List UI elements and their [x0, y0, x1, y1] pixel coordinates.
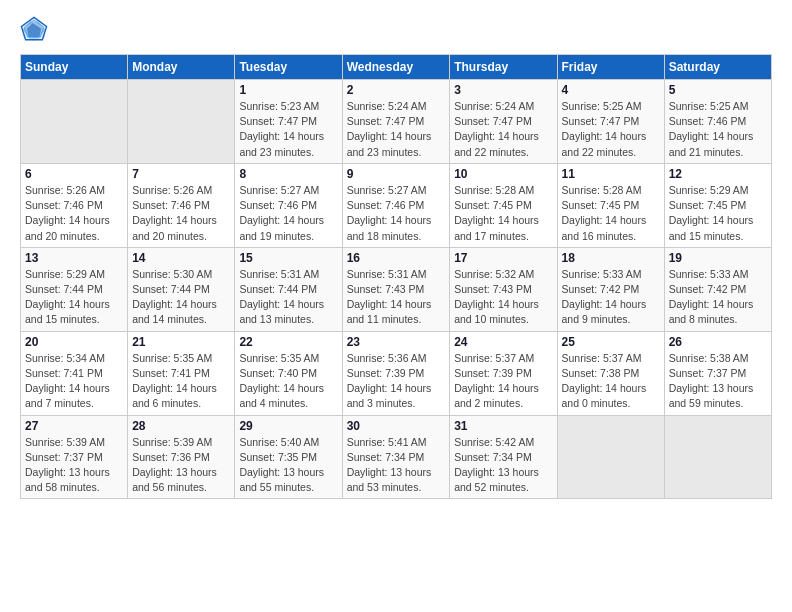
- cell-info: Sunrise: 5:23 AMSunset: 7:47 PMDaylight:…: [239, 99, 337, 160]
- cell-info: Sunrise: 5:28 AMSunset: 7:45 PMDaylight:…: [454, 183, 552, 244]
- day-number: 22: [239, 335, 337, 349]
- header: [20, 16, 772, 44]
- calendar-cell: 27Sunrise: 5:39 AMSunset: 7:37 PMDayligh…: [21, 415, 128, 499]
- calendar-cell: 23Sunrise: 5:36 AMSunset: 7:39 PMDayligh…: [342, 331, 450, 415]
- calendar-cell: 24Sunrise: 5:37 AMSunset: 7:39 PMDayligh…: [450, 331, 557, 415]
- calendar-table: SundayMondayTuesdayWednesdayThursdayFrid…: [20, 54, 772, 499]
- calendar-cell: 16Sunrise: 5:31 AMSunset: 7:43 PMDayligh…: [342, 247, 450, 331]
- calendar-cell: 5Sunrise: 5:25 AMSunset: 7:46 PMDaylight…: [664, 80, 771, 164]
- cell-info: Sunrise: 5:37 AMSunset: 7:38 PMDaylight:…: [562, 351, 660, 412]
- calendar-cell: 8Sunrise: 5:27 AMSunset: 7:46 PMDaylight…: [235, 163, 342, 247]
- day-number: 27: [25, 419, 123, 433]
- header-friday: Friday: [557, 55, 664, 80]
- day-number: 19: [669, 251, 767, 265]
- day-number: 4: [562, 83, 660, 97]
- calendar-cell: 25Sunrise: 5:37 AMSunset: 7:38 PMDayligh…: [557, 331, 664, 415]
- day-number: 2: [347, 83, 446, 97]
- day-number: 7: [132, 167, 230, 181]
- cell-info: Sunrise: 5:24 AMSunset: 7:47 PMDaylight:…: [454, 99, 552, 160]
- week-row-1: 1Sunrise: 5:23 AMSunset: 7:47 PMDaylight…: [21, 80, 772, 164]
- cell-info: Sunrise: 5:42 AMSunset: 7:34 PMDaylight:…: [454, 435, 552, 496]
- calendar-header-row: SundayMondayTuesdayWednesdayThursdayFrid…: [21, 55, 772, 80]
- cell-info: Sunrise: 5:34 AMSunset: 7:41 PMDaylight:…: [25, 351, 123, 412]
- week-row-5: 27Sunrise: 5:39 AMSunset: 7:37 PMDayligh…: [21, 415, 772, 499]
- calendar-cell: [21, 80, 128, 164]
- calendar-cell: 26Sunrise: 5:38 AMSunset: 7:37 PMDayligh…: [664, 331, 771, 415]
- week-row-2: 6Sunrise: 5:26 AMSunset: 7:46 PMDaylight…: [21, 163, 772, 247]
- calendar-cell: 17Sunrise: 5:32 AMSunset: 7:43 PMDayligh…: [450, 247, 557, 331]
- calendar-cell: 21Sunrise: 5:35 AMSunset: 7:41 PMDayligh…: [128, 331, 235, 415]
- cell-info: Sunrise: 5:28 AMSunset: 7:45 PMDaylight:…: [562, 183, 660, 244]
- day-number: 15: [239, 251, 337, 265]
- week-row-3: 13Sunrise: 5:29 AMSunset: 7:44 PMDayligh…: [21, 247, 772, 331]
- cell-info: Sunrise: 5:39 AMSunset: 7:36 PMDaylight:…: [132, 435, 230, 496]
- day-number: 9: [347, 167, 446, 181]
- day-number: 5: [669, 83, 767, 97]
- cell-info: Sunrise: 5:41 AMSunset: 7:34 PMDaylight:…: [347, 435, 446, 496]
- cell-info: Sunrise: 5:40 AMSunset: 7:35 PMDaylight:…: [239, 435, 337, 496]
- calendar-cell: 10Sunrise: 5:28 AMSunset: 7:45 PMDayligh…: [450, 163, 557, 247]
- calendar-cell: [664, 415, 771, 499]
- cell-info: Sunrise: 5:32 AMSunset: 7:43 PMDaylight:…: [454, 267, 552, 328]
- day-number: 18: [562, 251, 660, 265]
- cell-info: Sunrise: 5:35 AMSunset: 7:40 PMDaylight:…: [239, 351, 337, 412]
- cell-info: Sunrise: 5:31 AMSunset: 7:43 PMDaylight:…: [347, 267, 446, 328]
- page: SundayMondayTuesdayWednesdayThursdayFrid…: [0, 0, 792, 509]
- calendar-cell: 19Sunrise: 5:33 AMSunset: 7:42 PMDayligh…: [664, 247, 771, 331]
- cell-info: Sunrise: 5:35 AMSunset: 7:41 PMDaylight:…: [132, 351, 230, 412]
- calendar-cell: 22Sunrise: 5:35 AMSunset: 7:40 PMDayligh…: [235, 331, 342, 415]
- calendar-cell: 12Sunrise: 5:29 AMSunset: 7:45 PMDayligh…: [664, 163, 771, 247]
- day-number: 14: [132, 251, 230, 265]
- calendar-cell: 29Sunrise: 5:40 AMSunset: 7:35 PMDayligh…: [235, 415, 342, 499]
- cell-info: Sunrise: 5:25 AMSunset: 7:47 PMDaylight:…: [562, 99, 660, 160]
- day-number: 26: [669, 335, 767, 349]
- cell-info: Sunrise: 5:31 AMSunset: 7:44 PMDaylight:…: [239, 267, 337, 328]
- header-saturday: Saturday: [664, 55, 771, 80]
- day-number: 17: [454, 251, 552, 265]
- calendar-cell: [128, 80, 235, 164]
- calendar-cell: 20Sunrise: 5:34 AMSunset: 7:41 PMDayligh…: [21, 331, 128, 415]
- calendar-cell: 7Sunrise: 5:26 AMSunset: 7:46 PMDaylight…: [128, 163, 235, 247]
- calendar-cell: 11Sunrise: 5:28 AMSunset: 7:45 PMDayligh…: [557, 163, 664, 247]
- calendar-cell: 31Sunrise: 5:42 AMSunset: 7:34 PMDayligh…: [450, 415, 557, 499]
- cell-info: Sunrise: 5:27 AMSunset: 7:46 PMDaylight:…: [347, 183, 446, 244]
- day-number: 28: [132, 419, 230, 433]
- day-number: 31: [454, 419, 552, 433]
- day-number: 30: [347, 419, 446, 433]
- cell-info: Sunrise: 5:37 AMSunset: 7:39 PMDaylight:…: [454, 351, 552, 412]
- calendar-cell: 9Sunrise: 5:27 AMSunset: 7:46 PMDaylight…: [342, 163, 450, 247]
- header-thursday: Thursday: [450, 55, 557, 80]
- cell-info: Sunrise: 5:33 AMSunset: 7:42 PMDaylight:…: [562, 267, 660, 328]
- calendar-cell: 28Sunrise: 5:39 AMSunset: 7:36 PMDayligh…: [128, 415, 235, 499]
- day-number: 11: [562, 167, 660, 181]
- header-tuesday: Tuesday: [235, 55, 342, 80]
- day-number: 20: [25, 335, 123, 349]
- day-number: 12: [669, 167, 767, 181]
- day-number: 25: [562, 335, 660, 349]
- day-number: 8: [239, 167, 337, 181]
- logo: [20, 16, 52, 44]
- day-number: 3: [454, 83, 552, 97]
- cell-info: Sunrise: 5:39 AMSunset: 7:37 PMDaylight:…: [25, 435, 123, 496]
- calendar-cell: 6Sunrise: 5:26 AMSunset: 7:46 PMDaylight…: [21, 163, 128, 247]
- day-number: 10: [454, 167, 552, 181]
- day-number: 13: [25, 251, 123, 265]
- calendar-cell: 18Sunrise: 5:33 AMSunset: 7:42 PMDayligh…: [557, 247, 664, 331]
- day-number: 1: [239, 83, 337, 97]
- calendar-cell: 30Sunrise: 5:41 AMSunset: 7:34 PMDayligh…: [342, 415, 450, 499]
- cell-info: Sunrise: 5:38 AMSunset: 7:37 PMDaylight:…: [669, 351, 767, 412]
- calendar-cell: 14Sunrise: 5:30 AMSunset: 7:44 PMDayligh…: [128, 247, 235, 331]
- cell-info: Sunrise: 5:29 AMSunset: 7:44 PMDaylight:…: [25, 267, 123, 328]
- day-number: 29: [239, 419, 337, 433]
- calendar-cell: 2Sunrise: 5:24 AMSunset: 7:47 PMDaylight…: [342, 80, 450, 164]
- calendar-cell: [557, 415, 664, 499]
- header-wednesday: Wednesday: [342, 55, 450, 80]
- header-sunday: Sunday: [21, 55, 128, 80]
- logo-icon: [20, 16, 48, 44]
- cell-info: Sunrise: 5:33 AMSunset: 7:42 PMDaylight:…: [669, 267, 767, 328]
- day-number: 16: [347, 251, 446, 265]
- cell-info: Sunrise: 5:36 AMSunset: 7:39 PMDaylight:…: [347, 351, 446, 412]
- cell-info: Sunrise: 5:26 AMSunset: 7:46 PMDaylight:…: [132, 183, 230, 244]
- day-number: 23: [347, 335, 446, 349]
- calendar-cell: 15Sunrise: 5:31 AMSunset: 7:44 PMDayligh…: [235, 247, 342, 331]
